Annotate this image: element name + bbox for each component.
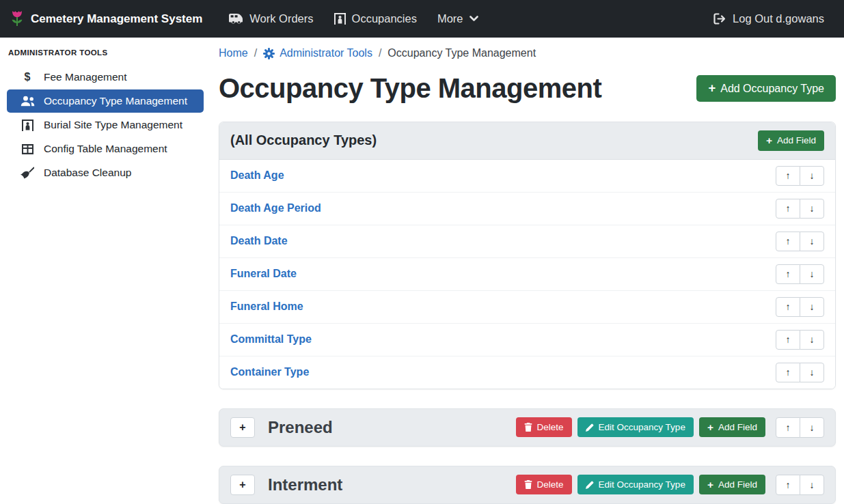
sidebar-item-label: Config Table Management [44,143,167,155]
logout-link[interactable]: Log Out d.gowans [703,7,834,31]
field-link-funeral-home[interactable]: Funeral Home [230,300,303,313]
field-link-death-age[interactable]: Death Age [230,169,284,182]
occupancy-type-card-preneed: + Preneed Delete [219,408,836,447]
field-row: Committal Type ↑ ↓ [219,323,835,356]
field-row: Funeral Home ↑ ↓ [219,290,835,323]
add-field-label: Add Field [718,422,757,432]
field-link-death-date[interactable]: Death Date [230,235,288,247]
add-field-button[interactable]: + Add Field [758,130,824,151]
add-occupancy-type-label: Add Occupancy Type [720,83,824,95]
reorder-buttons: ↑ ↓ [776,232,824,251]
person-booth-icon [20,120,35,131]
reorder-buttons: ↑ ↓ [776,417,824,438]
broom-icon [20,167,35,179]
nav-occupancies[interactable]: Occupancies [324,7,427,31]
edit-occupancy-type-button[interactable]: Edit Occupancy Type [577,417,694,437]
sidebar-item-label: Database Cleanup [44,167,131,179]
logout-label: Log Out d.gowans [733,12,824,25]
field-row: Death Age Period ↑ ↓ [219,192,835,225]
reorder-buttons: ↑ ↓ [776,475,824,495]
gear-icon [263,48,275,59]
occupancy-type-title: Interment [268,475,516,494]
page-title: Occupancy Type Management [219,73,601,104]
trash-icon [524,423,532,432]
occupancy-type-card-interment: + Interment Delete [219,466,836,504]
breadcrumb-separator: / [254,47,257,59]
app-brand[interactable]: Cemetery Management System [10,10,202,28]
expand-button[interactable]: + [230,475,255,495]
move-down-button[interactable]: ↓ [800,264,824,284]
move-up-button[interactable]: ↑ [776,475,800,495]
sidebar-item-label: Burial Site Type Management [44,119,182,131]
plus-icon: + [707,479,713,490]
sidebar-heading: ADMINISTRATOR TOOLS [0,42,210,65]
plus-icon: + [707,422,713,433]
reorder-buttons: ↑ ↓ [776,297,824,317]
delete-button[interactable]: Delete [516,475,572,494]
all-occupancy-types-card: (All Occupancy Types) + Add Field Death … [219,122,836,389]
move-down-button[interactable]: ↓ [800,166,824,186]
edit-occupancy-type-button[interactable]: Edit Occupancy Type [577,475,694,494]
breadcrumb-home[interactable]: Home [219,47,248,59]
move-up-button[interactable]: ↑ [776,264,800,284]
pencil-icon [586,481,594,489]
app-title: Cemetery Management System [31,12,202,26]
sidebar-item-fee-management[interactable]: $ Fee Management [7,66,204,89]
add-field-button[interactable]: + Add Field [699,475,765,495]
add-occupancy-type-button[interactable]: + Add Occupancy Type [696,75,836,101]
reorder-buttons: ↑ ↓ [776,199,824,219]
reorder-buttons: ↑ ↓ [776,363,824,382]
field-row: Container Type ↑ ↓ [219,356,835,389]
delete-button[interactable]: Delete [516,417,572,437]
move-down-button[interactable]: ↓ [800,475,824,495]
expand-button[interactable]: + [230,417,255,438]
nav-work-orders[interactable]: Work Orders [219,7,323,31]
sidebar-item-occupancy-type-management[interactable]: Occupancy Type Management [7,89,204,113]
add-field-label: Add Field [718,479,757,490]
move-down-button[interactable]: ↓ [800,232,824,251]
add-field-label: Add Field [777,135,816,145]
move-up-button[interactable]: ↑ [776,232,800,251]
move-down-button[interactable]: ↓ [800,363,824,382]
dollar-icon: $ [20,71,35,83]
occupancy-type-title: Preneed [268,418,516,437]
move-down-button[interactable]: ↓ [800,330,824,350]
breadcrumb-administrator-tools[interactable]: Administrator Tools [263,47,372,59]
pencil-icon [586,423,594,432]
field-link-container-type[interactable]: Container Type [230,366,309,378]
move-down-button[interactable]: ↓ [800,297,824,317]
field-row: Death Date ↑ ↓ [219,225,835,257]
plus-icon: + [708,82,716,94]
sidebar-item-config-table-management[interactable]: Config Table Management [7,137,204,160]
plus-icon: + [766,135,772,146]
reorder-buttons: ↑ ↓ [776,330,824,350]
nav-more-label: More [437,12,463,25]
field-link-death-age-period[interactable]: Death Age Period [230,202,321,214]
move-up-button[interactable]: ↑ [776,363,800,382]
move-down-button[interactable]: ↓ [800,417,824,438]
move-up-button[interactable]: ↑ [776,199,800,219]
breadcrumb-current: Occupancy Type Management [387,47,536,59]
edit-occupancy-type-label: Edit Occupancy Type [599,422,685,432]
field-link-committal-type[interactable]: Committal Type [230,333,312,346]
occupancy-type-actions: Delete Edit Occupancy Type + Add Field ↑ [516,475,824,495]
nav-more[interactable]: More [427,7,489,31]
move-up-button[interactable]: ↑ [776,417,800,438]
field-link-funeral-date[interactable]: Funeral Date [230,268,297,280]
move-up-button[interactable]: ↑ [776,330,800,350]
sidebar-item-database-cleanup[interactable]: Database Cleanup [7,161,204,184]
trash-icon [524,480,532,489]
add-field-button[interactable]: + Add Field [699,417,765,438]
move-down-button[interactable]: ↓ [800,199,824,219]
users-icon [20,96,35,107]
breadcrumb-administrator-tools-label: Administrator Tools [280,47,372,59]
move-up-button[interactable]: ↑ [776,297,800,317]
person-booth-icon [334,13,346,25]
delete-label: Delete [537,422,564,432]
move-up-button[interactable]: ↑ [776,166,800,186]
logout-icon [713,13,726,25]
occupancy-type-actions: Delete Edit Occupancy Type + Add Field ↑ [516,417,824,438]
field-row: Death Age ↑ ↓ [219,160,835,192]
nav-work-orders-label: Work Orders [249,12,313,25]
sidebar-item-burial-site-type-management[interactable]: Burial Site Type Management [7,113,204,137]
